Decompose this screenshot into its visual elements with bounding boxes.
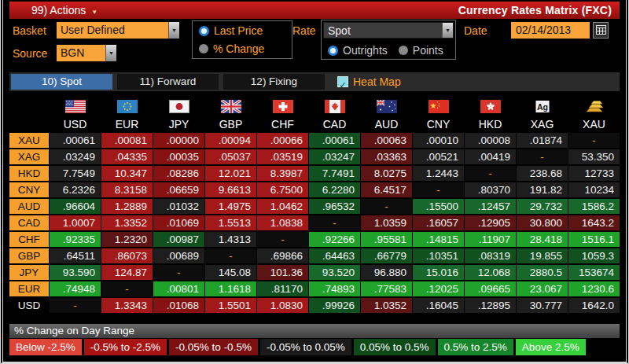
rate-cell-xag-cad[interactable]: .03247 [309, 149, 360, 164]
rate-cell-xau-xag[interactable]: .01874 [517, 133, 568, 148]
rate-cell-usd-gbp[interactable]: 1.5501 [205, 298, 256, 313]
rate-cell-cad-xag[interactable]: 30.800 [517, 215, 568, 230]
column-header-usd[interactable]: USD [50, 118, 101, 131]
row-header-xau[interactable]: XAU [9, 133, 49, 148]
rate-cell-jpy-gbp[interactable]: 145.08 [205, 265, 256, 280]
rate-cell-aud-xag[interactable]: 29.732 [517, 199, 568, 214]
column-header-eur[interactable]: EUR [101, 118, 153, 131]
radio-option-change[interactable]: % Change [199, 42, 285, 55]
row-header-gbp[interactable]: GBP [9, 248, 49, 263]
rate-cell-xag-hkd[interactable]: .00419 [465, 149, 516, 164]
tab-11-forward[interactable]: 11) Forward [117, 74, 219, 90]
row-header-usd[interactable]: USD [9, 298, 49, 313]
rate-cell-usd-hkd[interactable]: .12895 [465, 298, 516, 313]
rate-cell-cad-xau[interactable]: 1643.2 [568, 215, 620, 230]
rate-cell-cny-cny[interactable]: - [413, 182, 464, 197]
rate-cell-xau-cad[interactable]: .00061 [309, 133, 360, 148]
row-header-cad[interactable]: CAD [9, 215, 49, 230]
rate-cell-hkd-xau[interactable]: 12733 [568, 166, 620, 181]
date-input[interactable]: 02/14/2013 [511, 22, 590, 39]
rate-cell-usd-jpy[interactable]: .01068 [153, 298, 204, 313]
tab-12-fixing[interactable]: 12) Fixing [223, 74, 325, 90]
row-header-chf[interactable]: CHF [9, 232, 49, 247]
rate-cell-xau-chf[interactable]: .00066 [257, 133, 308, 148]
rate-cell-gbp-eur[interactable]: .86073 [101, 248, 153, 263]
rate-cell-xag-xau[interactable]: 53.350 [568, 149, 620, 164]
row-header-hkd[interactable]: HKD [9, 166, 49, 181]
rate-cell-eur-xag[interactable]: 23.067 [517, 281, 568, 296]
rate-cell-xau-hkd[interactable]: .00008 [465, 133, 516, 148]
rate-cell-hkd-gbp[interactable]: 12.021 [205, 166, 256, 181]
rate-cell-eur-chf[interactable]: .81170 [257, 281, 308, 296]
rate-cell-aud-eur[interactable]: 1.2889 [101, 199, 153, 214]
rate-cell-jpy-chf[interactable]: 101.36 [257, 265, 308, 280]
rate-cell-gbp-hkd[interactable]: .08319 [465, 248, 516, 263]
column-header-cad[interactable]: CAD [309, 118, 360, 131]
rate-cell-jpy-cad[interactable]: 93.520 [309, 265, 360, 280]
rate-cell-usd-cny[interactable]: .16045 [413, 298, 464, 313]
rate-cell-chf-usd[interactable]: .92335 [50, 232, 101, 247]
radio-option-points[interactable]: Points [399, 44, 443, 57]
rate-cell-gbp-usd[interactable]: .64511 [50, 248, 101, 263]
rate-cell-gbp-chf[interactable]: .69866 [257, 248, 308, 263]
column-header-hkd[interactable]: HKD [465, 118, 516, 131]
rate-cell-hkd-hkd[interactable]: - [465, 166, 516, 181]
rate-cell-chf-eur[interactable]: 1.2320 [101, 232, 153, 247]
rate-cell-xau-gbp[interactable]: .00094 [205, 133, 256, 148]
rate-cell-cny-xag[interactable]: 191.82 [517, 182, 568, 197]
rate-cell-hkd-aud[interactable]: 8.0275 [361, 166, 412, 181]
rate-cell-hkd-cny[interactable]: 1.2443 [413, 166, 464, 181]
rate-cell-chf-jpy[interactable]: .00987 [153, 232, 204, 247]
chevron-down-icon[interactable] [168, 22, 179, 39]
rate-cell-aud-usd[interactable]: .96604 [50, 199, 101, 214]
rate-cell-usd-cad[interactable]: .99926 [309, 298, 360, 313]
chevron-down-icon[interactable] [442, 23, 453, 38]
row-header-cny[interactable]: CNY [9, 182, 49, 197]
column-header-aud[interactable]: AUD [361, 118, 412, 131]
rate-select[interactable]: Spot [323, 22, 454, 39]
column-header-gbp[interactable]: GBP [205, 118, 256, 131]
rate-cell-cad-jpy[interactable]: .01069 [153, 215, 204, 230]
rate-cell-xag-eur[interactable]: .04335 [101, 149, 153, 164]
rate-cell-hkd-xag[interactable]: 238.68 [517, 166, 568, 181]
rate-cell-hkd-eur[interactable]: 10.347 [101, 166, 153, 181]
rate-cell-xau-cny[interactable]: .00010 [413, 133, 464, 148]
rate-cell-xag-jpy[interactable]: .00035 [153, 149, 204, 164]
rate-cell-cad-hkd[interactable]: .12905 [465, 215, 516, 230]
rate-cell-eur-jpy[interactable]: .00801 [153, 281, 204, 296]
rate-cell-hkd-jpy[interactable]: .08286 [153, 166, 204, 181]
rate-cell-gbp-xau[interactable]: 1059.3 [568, 248, 620, 263]
rate-cell-aud-hkd[interactable]: .12457 [465, 199, 516, 214]
rate-cell-gbp-xag[interactable]: 19.855 [517, 248, 568, 263]
rate-cell-usd-aud[interactable]: 1.0352 [361, 298, 412, 313]
rate-cell-cny-gbp[interactable]: 9.6613 [205, 182, 256, 197]
rate-cell-chf-chf[interactable]: - [257, 232, 308, 247]
rate-cell-aud-aud[interactable]: - [361, 199, 412, 214]
row-header-xag[interactable]: XAG [9, 149, 49, 164]
rate-cell-xag-cny[interactable]: .00521 [413, 149, 464, 164]
rate-cell-xag-chf[interactable]: .03519 [257, 149, 308, 164]
rate-cell-chf-hkd[interactable]: .11907 [465, 232, 516, 247]
rate-cell-eur-cny[interactable]: .12025 [413, 281, 464, 296]
rate-cell-aud-cad[interactable]: .96532 [309, 199, 360, 214]
row-header-jpy[interactable]: JPY [9, 265, 49, 280]
rate-cell-xau-aud[interactable]: .00063 [361, 133, 412, 148]
rate-cell-xag-aud[interactable]: .03363 [361, 149, 412, 164]
rate-cell-cny-cad[interactable]: 6.2280 [309, 182, 360, 197]
rate-cell-cny-usd[interactable]: 6.2326 [50, 182, 101, 197]
rate-cell-cny-xau[interactable]: 10234 [568, 182, 620, 197]
rate-cell-hkd-usd[interactable]: 7.7549 [50, 166, 101, 181]
rate-cell-cad-chf[interactable]: 1.0838 [257, 215, 308, 230]
rate-cell-gbp-cny[interactable]: .10351 [413, 248, 464, 263]
rate-cell-cny-hkd[interactable]: .80370 [465, 182, 516, 197]
column-header-chf[interactable]: CHF [257, 118, 308, 131]
column-header-xau[interactable]: XAU [568, 118, 620, 131]
rate-cell-cad-aud[interactable]: 1.0359 [361, 215, 412, 230]
column-header-xag[interactable]: XAG [517, 118, 568, 131]
rate-cell-cny-chf[interactable]: 6.7500 [257, 182, 308, 197]
rate-cell-usd-eur[interactable]: 1.3343 [101, 298, 153, 313]
rate-cell-cny-jpy[interactable]: .06659 [153, 182, 204, 197]
rate-cell-cad-usd[interactable]: 1.0007 [50, 215, 101, 230]
rate-cell-gbp-cad[interactable]: .64463 [309, 248, 360, 263]
rate-cell-aud-gbp[interactable]: 1.4975 [205, 199, 256, 214]
